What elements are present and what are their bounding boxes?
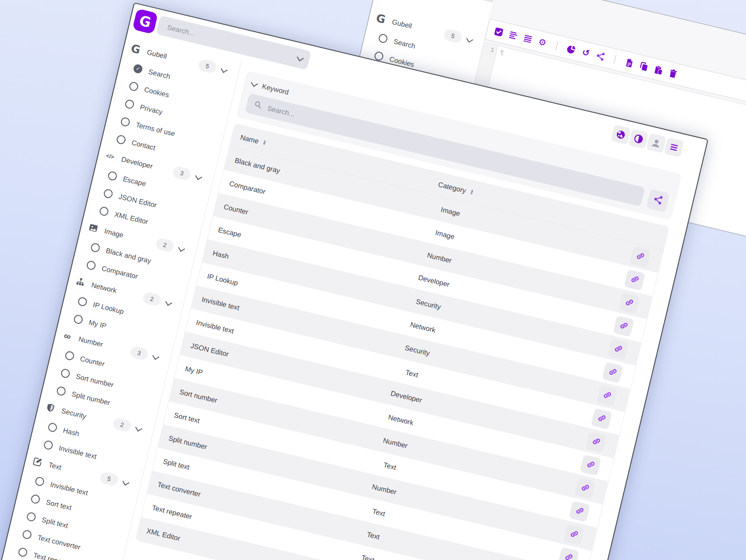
link-button[interactable] [580, 454, 601, 476]
link-icon [634, 250, 646, 263]
infinity-icon: ∞ [60, 329, 75, 343]
share-button[interactable] [646, 189, 670, 213]
chevron-down-icon[interactable] [195, 173, 202, 180]
shield-icon [43, 401, 57, 414]
sidebar-item-label: IP Lookup [92, 301, 125, 315]
section-label: Text [48, 461, 63, 471]
link-icon [590, 435, 602, 448]
image-icon [86, 221, 100, 235]
link-icon [563, 551, 575, 560]
menu-icon[interactable] [664, 137, 684, 157]
radio-circle-icon: ✓ [35, 476, 45, 487]
link-button[interactable] [624, 269, 646, 291]
link-button[interactable] [591, 408, 613, 429]
divider[interactable] [551, 40, 563, 51]
link-icon [618, 320, 630, 333]
link-icon [568, 528, 580, 541]
link-icon [579, 482, 591, 495]
sidebar-item-label: Contact [131, 138, 156, 152]
chevron-down-icon[interactable] [135, 425, 142, 432]
copy-icon[interactable] [638, 60, 650, 72]
radio-circle-icon: ✓ [47, 422, 58, 433]
sidebar-item-label: Sort text [45, 498, 72, 511]
link-icon [623, 296, 635, 309]
chevron-down-icon[interactable] [152, 353, 159, 360]
pie-chart-icon[interactable] [565, 43, 577, 55]
paste-icon[interactable] [653, 64, 664, 76]
section-label: Network [91, 281, 117, 294]
chevron-down-icon[interactable] [178, 245, 185, 252]
history-icon[interactable]: ↺ [580, 47, 592, 58]
radio-circle-icon: ✓ [99, 206, 110, 217]
radio-circle-icon: ✓ [120, 117, 131, 127]
check-icon: ✓ [135, 65, 141, 72]
link-button[interactable] [607, 338, 629, 360]
justify-icon[interactable] [522, 33, 534, 44]
radio-circle-icon: ✓ [64, 350, 75, 361]
sidebar-item-label: Split text [41, 516, 69, 530]
link-button[interactable] [569, 501, 590, 522]
radio-circle-icon: ✓ [17, 547, 28, 558]
radio-circle-icon: ✓ [60, 368, 71, 379]
radio-circle-icon: ✓ [77, 296, 88, 307]
g-letter-icon: G [374, 12, 388, 25]
chevron-down-icon[interactable] [466, 35, 473, 42]
radio-circle-icon: ✓ [56, 386, 67, 397]
sidebar-item-label: Search [148, 68, 171, 81]
link-button[interactable] [596, 385, 618, 406]
sidebar-item-label: XML Editor [114, 210, 149, 226]
sidebar-item-label: Hash [63, 426, 80, 438]
link-icon [573, 504, 586, 518]
divider[interactable] [609, 54, 621, 65]
share-icon [651, 194, 664, 208]
link-button[interactable] [586, 431, 607, 453]
radio-circle-icon: ✓ [132, 63, 143, 74]
link-button[interactable] [629, 246, 651, 267]
app-logo[interactable]: G [132, 8, 158, 34]
section-label: Number [78, 335, 104, 348]
sidebar-item-label: Privacy [139, 103, 164, 116]
radio-circle-icon: ✓ [73, 314, 84, 325]
gear-icon[interactable]: ⚙ [537, 36, 548, 48]
chevron-down-icon[interactable] [221, 66, 228, 73]
link-button[interactable] [564, 524, 585, 545]
link-button[interactable] [558, 547, 579, 560]
link-icon [612, 343, 624, 356]
trash-icon[interactable] [667, 67, 679, 79]
file-icon[interactable] [624, 57, 635, 69]
section-badge: 3 [172, 166, 192, 181]
radio-circle-icon: ✓ [116, 134, 126, 145]
radio-circle-icon: ✓ [378, 33, 389, 44]
align-left-icon[interactable] [508, 29, 519, 41]
contrast-icon[interactable] [628, 129, 648, 149]
link-button[interactable] [602, 362, 623, 383]
radio-circle-icon: ✓ [128, 81, 139, 92]
share-icon[interactable] [594, 50, 606, 62]
chevron-down-icon[interactable] [122, 479, 129, 486]
section-label: Gubell [391, 18, 413, 30]
section-badge: 3 [129, 345, 149, 361]
link-icon [601, 389, 613, 402]
radio-circle-icon: ✓ [22, 529, 33, 540]
user-icon[interactable] [646, 133, 666, 153]
checkbox-icon[interactable] [493, 26, 505, 37]
radio-circle-icon: ✓ [107, 171, 118, 182]
radio-circle-icon: ✓ [124, 99, 135, 110]
code-icon: </> [103, 149, 118, 163]
chevron-down-icon[interactable] [165, 299, 172, 306]
link-button[interactable] [574, 477, 596, 499]
globe-icon[interactable] [611, 125, 631, 145]
link-icon [628, 273, 641, 286]
sort-icon[interactable]: ▲▼ [262, 140, 267, 146]
sidebar-item-label: Comparator [101, 264, 139, 280]
section-badge: 5 [99, 471, 119, 486]
link-icon [596, 412, 608, 425]
g-letter-icon: G [128, 42, 143, 56]
network-icon [73, 275, 88, 288]
section-label: Image [104, 227, 125, 239]
radio-circle-icon: ✓ [90, 242, 101, 253]
link-icon [607, 366, 619, 379]
sort-icon[interactable]: ▲▼ [469, 189, 474, 195]
link-button[interactable] [613, 315, 634, 337]
link-button[interactable] [619, 292, 640, 314]
